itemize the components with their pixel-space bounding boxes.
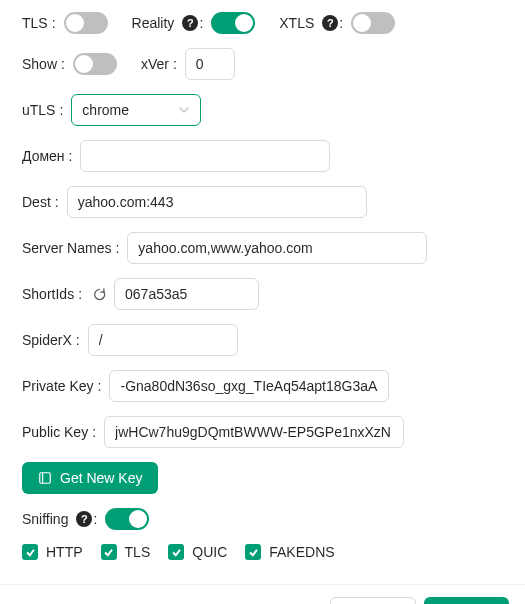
dest-input[interactable] bbox=[67, 186, 367, 218]
row-server-names: Server Names: bbox=[22, 232, 503, 264]
spiderx-label: SpiderX bbox=[22, 332, 72, 348]
dest-label: Dest bbox=[22, 194, 51, 210]
server-names-input[interactable] bbox=[127, 232, 427, 264]
xtls-switch[interactable] bbox=[351, 12, 395, 34]
footer: Закрыть Создать bbox=[0, 584, 525, 604]
chevron-down-icon bbox=[178, 104, 190, 116]
fakedns-checkbox-label: FAKEDNS bbox=[269, 544, 334, 560]
utls-label: uTLS bbox=[22, 102, 55, 118]
checkbox-icon bbox=[245, 544, 261, 560]
tls-checkbox-label: TLS bbox=[125, 544, 151, 560]
row-domain: Домен: bbox=[22, 140, 503, 172]
domain-label: Домен bbox=[22, 148, 65, 164]
row-show-xver: Show: xVer: bbox=[22, 48, 503, 80]
help-icon[interactable]: ? bbox=[182, 15, 198, 31]
xtls-label: XTLS bbox=[279, 15, 314, 31]
refresh-icon[interactable] bbox=[90, 285, 108, 303]
close-button[interactable]: Закрыть bbox=[330, 597, 416, 604]
row-private-key: Private Key: bbox=[22, 370, 503, 402]
row-get-key: Get New Key bbox=[22, 462, 503, 494]
get-new-key-label: Get New Key bbox=[60, 470, 142, 486]
public-key-label: Public Key bbox=[22, 424, 88, 440]
spiderx-input[interactable] bbox=[88, 324, 238, 356]
help-icon[interactable]: ? bbox=[322, 15, 338, 31]
utls-select-value: chrome bbox=[82, 102, 129, 118]
checkbox-icon bbox=[22, 544, 38, 560]
quic-checkbox[interactable]: QUIC bbox=[168, 544, 227, 560]
tls-checkbox[interactable]: TLS bbox=[101, 544, 151, 560]
row-protocols: HTTP TLS QUIC FAKEDNS bbox=[22, 544, 503, 560]
create-button[interactable]: Создать bbox=[424, 597, 509, 604]
sniffing-switch[interactable] bbox=[105, 508, 149, 530]
tls-label: TLS bbox=[22, 15, 48, 31]
show-label: Show bbox=[22, 56, 57, 72]
checkbox-icon bbox=[168, 544, 184, 560]
http-checkbox[interactable]: HTTP bbox=[22, 544, 83, 560]
domain-input[interactable] bbox=[80, 140, 330, 172]
row-shortids: ShortIds: bbox=[22, 278, 503, 310]
server-names-label: Server Names bbox=[22, 240, 111, 256]
row-spiderx: SpiderX: bbox=[22, 324, 503, 356]
reality-switch[interactable] bbox=[211, 12, 255, 34]
fakedns-checkbox[interactable]: FAKEDNS bbox=[245, 544, 334, 560]
get-new-key-button[interactable]: Get New Key bbox=[22, 462, 158, 494]
row-security-toggles: TLS: Reality ?: XTLS ?: bbox=[22, 12, 503, 34]
shortids-label: ShortIds bbox=[22, 286, 74, 302]
reality-label: Reality bbox=[132, 15, 175, 31]
xver-label: xVer bbox=[141, 56, 169, 72]
svg-rect-0 bbox=[40, 473, 51, 484]
key-icon bbox=[38, 471, 52, 485]
private-key-input[interactable] bbox=[109, 370, 389, 402]
form-container: TLS: Reality ?: XTLS ?: Show: xVer: uTLS… bbox=[0, 0, 525, 584]
xver-input[interactable] bbox=[185, 48, 235, 80]
show-switch[interactable] bbox=[73, 53, 117, 75]
help-icon[interactable]: ? bbox=[76, 511, 92, 527]
http-checkbox-label: HTTP bbox=[46, 544, 83, 560]
row-utls: uTLS: chrome bbox=[22, 94, 503, 126]
checkbox-icon bbox=[101, 544, 117, 560]
private-key-label: Private Key bbox=[22, 378, 94, 394]
tls-switch[interactable] bbox=[64, 12, 108, 34]
row-public-key: Public Key: bbox=[22, 416, 503, 448]
shortids-input[interactable] bbox=[114, 278, 259, 310]
utls-select[interactable]: chrome bbox=[71, 94, 201, 126]
row-sniffing: Sniffing ?: bbox=[22, 508, 503, 530]
quic-checkbox-label: QUIC bbox=[192, 544, 227, 560]
public-key-input[interactable] bbox=[104, 416, 404, 448]
sniffing-label: Sniffing bbox=[22, 511, 68, 527]
row-dest: Dest: bbox=[22, 186, 503, 218]
